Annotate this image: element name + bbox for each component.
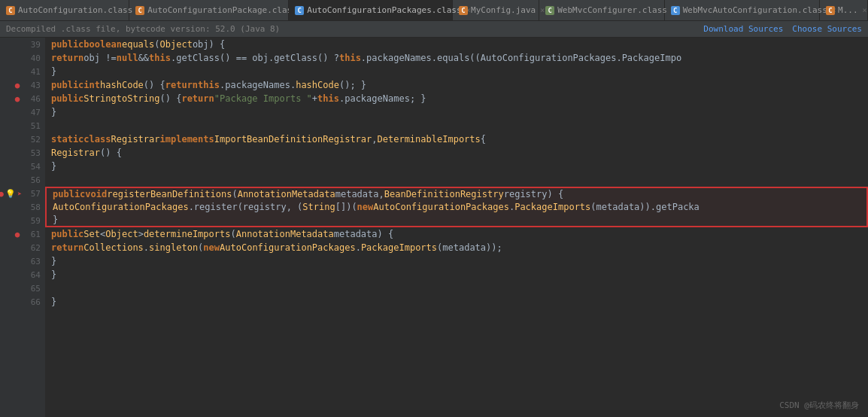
token: obj !=: [83, 53, 116, 63]
token: this: [317, 93, 339, 104]
tab-label: AutoConfigurationPackage.class: [147, 5, 297, 15]
token: singleton: [149, 242, 198, 253]
token: "Package Imports ": [214, 93, 312, 104]
gutter-line-39: 39: [0, 38, 45, 51]
tab-close[interactable]: ×: [863, 6, 867, 14]
breakpoint-icon: ●: [13, 94, 22, 104]
token: (: [232, 189, 237, 199]
token: >: [138, 229, 144, 239]
watermark: CSDN @码农终将翻身: [779, 400, 859, 411]
line-number: 54: [24, 162, 41, 172]
tab-webmvcautoconfiguration[interactable]: C WebMvcAutoConfiguration.class ×: [665, 0, 820, 21]
token: String: [83, 93, 116, 104]
token: (: [230, 229, 235, 239]
gutter-line-59: 59: [0, 214, 45, 227]
gutter-line-66: 66: [0, 295, 45, 309]
token: .: [356, 242, 361, 253]
token: }: [51, 256, 56, 266]
code-line-57: public void registerBeanDefinitions(Anno…: [45, 187, 868, 200]
gutter-line-53: 53: [0, 146, 45, 160]
tab-icon: C: [135, 6, 144, 15]
tab-icon: C: [671, 6, 680, 15]
tab-webmvcconfigurer[interactable]: C WebMvcConfigurer.class ×: [539, 0, 664, 21]
token: (metadata));: [437, 242, 502, 253]
gutter-line-57: ●💡➤57: [0, 187, 45, 200]
line-number: 41: [24, 67, 41, 77]
token: () {: [144, 80, 165, 90]
gutter-line-65: 65: [0, 282, 45, 295]
token: this: [198, 80, 220, 90]
code-line-65: [45, 282, 868, 295]
tab-myconfig[interactable]: C MyConfig.java ×: [453, 0, 539, 21]
editor: 394041●43●46475152535456●💡➤575859●616263…: [0, 38, 868, 417]
tab-label: MyConfig.java: [471, 5, 536, 15]
tab-label: M...: [838, 5, 858, 15]
token: return: [181, 93, 214, 104]
breakpoint-icon: ●: [0, 189, 4, 199]
tab-autoconfigurationpackage[interactable]: C AutoConfigurationPackage.class ×: [129, 0, 289, 21]
gutter-line-56: 56: [0, 173, 45, 187]
choose-sources-link[interactable]: Choose Sources: [792, 24, 862, 34]
line-number: 58: [24, 202, 41, 212]
token: static: [51, 134, 83, 145]
code-line-52: static class Registrar implements Import…: [45, 132, 868, 146]
token: <: [100, 229, 105, 239]
token: DeterminableImports: [378, 134, 481, 145]
token: .packageNames.: [220, 80, 296, 90]
tab-icon: C: [826, 6, 835, 15]
token: (: [198, 242, 203, 253]
gutter: 394041●43●46475152535456●💡➤575859●616263…: [0, 38, 45, 417]
line-number: 57: [24, 189, 41, 199]
token: .register(registry, (: [189, 202, 303, 212]
token: class: [83, 134, 111, 145]
tab-autoconfigurationpackages[interactable]: C AutoConfigurationPackages.class ×: [289, 0, 453, 21]
line-number: 59: [24, 216, 41, 226]
code-line-64: }: [45, 268, 868, 282]
token: }: [51, 297, 56, 307]
decompile-notice: Decompiled .class file, bytecode version…: [6, 24, 280, 34]
code-line-61: public Set<Object> determineImports(Anno…: [45, 227, 868, 241]
code-line-63: }: [45, 254, 868, 268]
line-number: 47: [24, 108, 41, 117]
code-line-66: }: [45, 295, 868, 309]
gutter-line-40: 40: [0, 51, 45, 65]
tab-label: WebMvcConfigurer.class: [557, 5, 667, 15]
tab-autoconfiguration[interactable]: C AutoConfiguration.class ×: [0, 0, 129, 21]
token: PackageImports: [514, 202, 590, 212]
download-sources-link[interactable]: Download Sources: [703, 24, 783, 34]
tab-label: AutoConfiguration.class: [18, 5, 132, 15]
token: determineImports: [144, 229, 231, 239]
token: Set: [83, 229, 100, 239]
token: public: [53, 189, 85, 199]
code-line-56: [45, 173, 868, 187]
line-number: 56: [24, 175, 41, 185]
token: }: [53, 215, 58, 225]
line-number: 66: [24, 297, 41, 307]
code-area[interactable]: public boolean equals(Object obj) { retu…: [45, 38, 868, 417]
token: }: [51, 66, 56, 77]
token: hashCode: [100, 80, 144, 90]
code-line-51: [45, 119, 868, 132]
token: (); }: [339, 80, 366, 90]
warning-icon: 💡: [6, 189, 15, 199]
tab-more[interactable]: C M... ×: [820, 0, 868, 21]
gutter-line-43: ●43: [0, 78, 45, 92]
token: toString: [117, 93, 160, 104]
token: new: [357, 202, 374, 212]
token: AutoConfigurationPackages: [220, 242, 356, 253]
line-number: 64: [24, 270, 41, 280]
token: new: [203, 242, 220, 253]
token: void: [85, 189, 107, 199]
arrow-icon: ➤: [17, 190, 22, 198]
notice-actions: Download Sources Choose Sources: [703, 24, 862, 34]
line-number: 63: [24, 257, 41, 266]
token: .getClass() == obj.getClass() ?: [171, 53, 339, 63]
token: String: [302, 202, 335, 212]
token: [])(: [335, 202, 357, 212]
gutter-line-47: 47: [0, 105, 45, 119]
token: Collections: [83, 242, 143, 253]
token: (metadata)).getPacka: [590, 202, 700, 212]
gutter-line-58: 58: [0, 200, 45, 214]
gutter-line-62: 62: [0, 241, 45, 254]
token: registry) {: [504, 189, 563, 199]
